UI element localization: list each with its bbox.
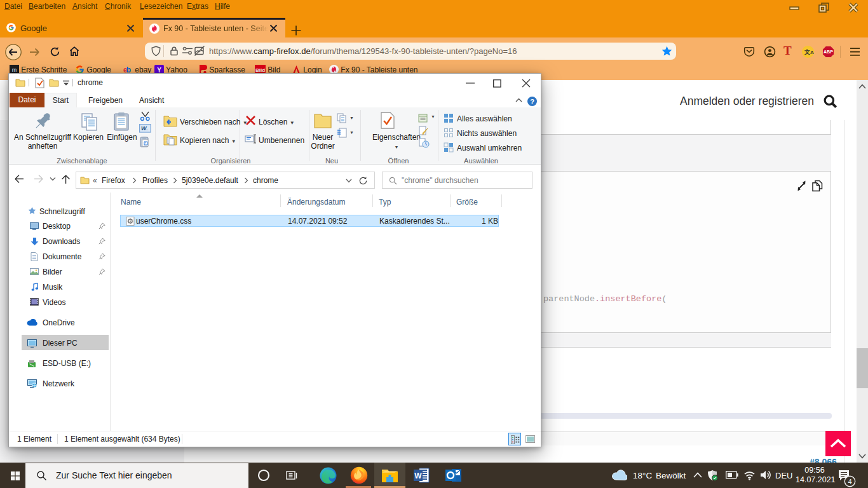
svg-text:..: .. <box>146 126 148 132</box>
svg-text:W: W <box>414 471 422 480</box>
svg-text:Bild: Bild <box>255 67 265 73</box>
svg-text:m: m <box>12 67 17 73</box>
svg-text:?: ? <box>530 98 534 105</box>
svg-text:Y: Y <box>157 67 161 74</box>
svg-text:4: 4 <box>848 478 851 485</box>
svg-text:ABP: ABP <box>824 50 833 55</box>
svg-text:文A: 文A <box>804 49 814 55</box>
